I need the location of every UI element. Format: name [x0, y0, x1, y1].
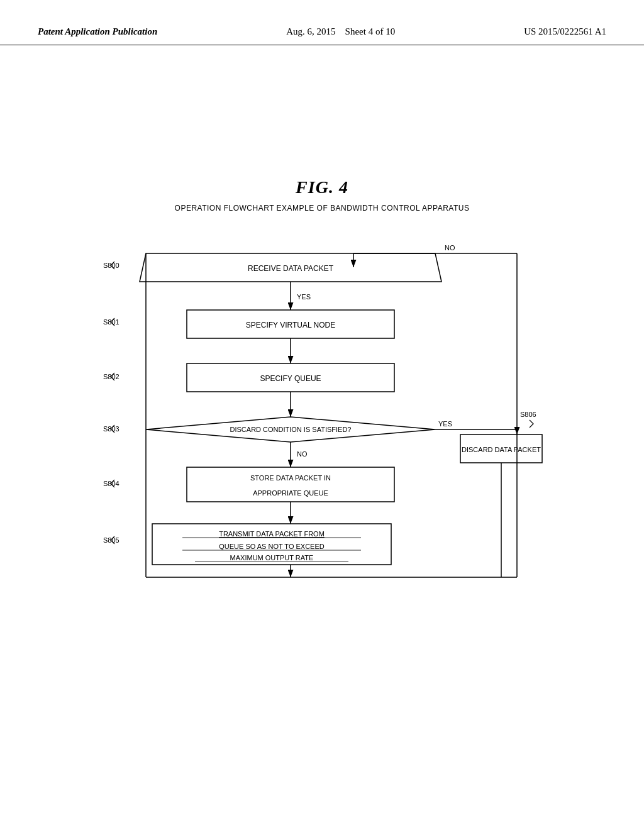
figure-subtitle: OPERATION FLOWCHART EXAMPLE OF BANDWIDTH… [175, 204, 470, 213]
yes-label-2: YES [438, 420, 452, 428]
s802-label: S802 [103, 373, 119, 380]
header-left: Patent Application Publication [38, 25, 157, 38]
page: Patent Application Publication Aug. 6, 2… [0, 0, 644, 830]
flowchart: S800 RECEIVE DATA PACKET YES S801 SPECIF… [89, 225, 555, 615]
s805-text-line2: QUEUE SO AS NOT TO EXCEED [219, 543, 325, 550]
figure-title: FIG. 4 [296, 177, 348, 197]
s800-text: RECEIVE DATA PACKET [248, 264, 334, 273]
s804-label: S804 [103, 480, 119, 487]
flowchart-svg: S800 RECEIVE DATA PACKET YES S801 SPECIF… [89, 225, 555, 615]
s805-text-line3: MAXIMUM OUTPUT RATE [230, 554, 314, 562]
s804-text-line2: APPROPRIATE QUEUE [253, 489, 328, 497]
figure-area: FIG. 4 OPERATION FLOWCHART EXAMPLE OF BA… [0, 45, 644, 615]
no-label-2: NO [445, 244, 455, 252]
s804-text-line1: STORE DATA PACKET IN [250, 474, 331, 482]
s805-text-line1: TRANSMIT DATA PACKET FROM [219, 530, 325, 538]
s802-text: SPECIFY QUEUE [260, 374, 321, 383]
patent-application-label: Patent Application Publication [38, 26, 157, 36]
header-right: US 2015/0222561 A1 [524, 25, 606, 38]
header: Patent Application Publication Aug. 6, 2… [0, 0, 644, 45]
yes-label-1: YES [297, 293, 311, 301]
no-label-1: NO [297, 450, 308, 458]
header-center: Aug. 6, 2015 Sheet 4 of 10 [286, 25, 395, 38]
s805-label: S805 [103, 536, 119, 544]
s801-text: SPECIFY VIRTUAL NODE [246, 321, 335, 329]
publication-date: Aug. 6, 2015 [286, 26, 335, 36]
s801-label: S801 [103, 318, 119, 326]
patent-number: US 2015/0222561 A1 [524, 26, 606, 36]
sheet-number: Sheet 4 of 10 [345, 26, 396, 36]
s806-label: S806 [520, 411, 536, 418]
s803-label: S803 [103, 425, 119, 433]
s803-text: DISCARD CONDITION IS SATISFIED? [230, 426, 352, 433]
s806-text: DISCARD DATA PACKET [462, 446, 541, 453]
s800-label: S800 [103, 262, 119, 269]
